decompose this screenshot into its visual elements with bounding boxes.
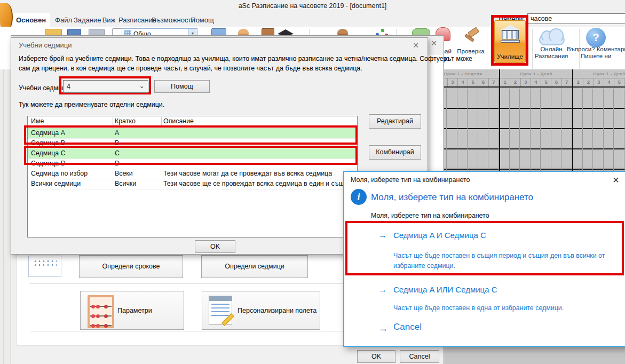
col-desc[interactable]: Описание <box>163 117 194 125</box>
window-left-edge <box>0 69 11 364</box>
tab-zadanie[interactable]: Задание <box>74 13 100 27</box>
questions-label-1: Въпроси? Коментари <box>567 46 625 52</box>
combine-heading: Моля, изберете тип на комбинирането <box>371 192 533 203</box>
weeks-description-line2: сам да прецени, в коя седмица ще се пров… <box>19 65 362 72</box>
notepad-pencil-icon <box>209 296 232 325</box>
parameters-label: Параметри <box>117 307 152 314</box>
parameters-button[interactable]: Параметри <box>80 291 184 330</box>
abacus-icon <box>88 295 114 328</box>
close-icon[interactable]: ✕ <box>429 39 439 48</box>
col-name[interactable]: Име <box>31 117 44 125</box>
custom-fields-label: Персонализирани полета <box>238 307 317 314</box>
col-short[interactable]: Кратко <box>115 117 136 125</box>
combine-type-dialog: Моля, изберете тип на комбинирането ✕ i … <box>343 171 625 347</box>
combine-button[interactable]: Комбинирай <box>369 145 421 160</box>
school-ok-button[interactable]: OK <box>357 350 395 363</box>
weeks-description-line1: Изберете брой на учебните седмици. Това … <box>19 55 472 62</box>
combine-dialog-title: Моля, изберете тип на комбинирането <box>351 176 470 184</box>
tab-vazmozhnosti[interactable]: Възможности <box>152 13 190 27</box>
ribbon-tab-bar: Основен Файл Задание Виж Разписание Възм… <box>0 12 625 27</box>
define-terms-button[interactable]: Определи срокове <box>79 255 183 278</box>
cloud-icon <box>539 34 565 45</box>
grid-group-header: Срок 1 - Ден8 <box>499 69 572 78</box>
custom-fields-button[interactable]: Персонализирани полета <box>202 291 320 330</box>
close-icon[interactable]: ✕ <box>410 41 421 50</box>
weeks-dialog-title: Учебни седмици <box>19 41 72 49</box>
highlight-school-button <box>491 15 528 66</box>
highlight-combine-and-option <box>345 221 624 275</box>
tab-pomosht[interactable]: Помощ <box>190 13 215 27</box>
arrow-icon: → <box>378 323 388 334</box>
online-label-2: Разписания <box>534 53 569 59</box>
check-gavel-icon[interactable] <box>463 28 479 44</box>
question-icon: ? <box>586 28 606 48</box>
tab-razpisanie[interactable]: Разписание <box>118 13 152 27</box>
help-button[interactable]: Помощ <box>154 80 210 93</box>
combine-option-or-label: Седмица A ИЛИ Седмица C <box>393 285 497 294</box>
window-title: aSc Разписание на часовете 2019 - [docum… <box>0 0 625 12</box>
info-icon: i <box>351 189 367 205</box>
combine-cancel-label: Cancel <box>393 322 422 333</box>
weeks-ok-button[interactable]: OK <box>195 240 235 253</box>
questions-button[interactable]: ? Въпроси? Коментари Пишете ни <box>567 25 625 60</box>
weeks-count-value: 4 <box>64 83 70 90</box>
check-button-label: Проверка <box>454 48 488 54</box>
questions-label-2: Пишете ни <box>567 53 625 59</box>
tab-fail[interactable]: Файл <box>52 13 75 27</box>
grid-period-numbers: 1234567 <box>499 78 572 88</box>
close-icon[interactable]: ✕ <box>610 175 622 185</box>
arrow-icon: → <box>378 285 387 295</box>
online-label-1: Онлайн <box>534 46 569 52</box>
rename-hint: Тук можете да преименувате отделни седми… <box>19 101 164 108</box>
highlight-week-a-row <box>24 125 358 145</box>
school-cancel-button[interactable]: Cancel <box>400 350 439 363</box>
tab-osnoven[interactable]: Основен <box>12 13 50 27</box>
app-window: aSc Разписание на часовете 2019 - [docum… <box>0 0 625 364</box>
grid-group-header: Срок 1 - Ден9 <box>572 69 625 78</box>
weeks-count-select[interactable]: 4 ⌄ <box>63 80 148 93</box>
online-timetables-button[interactable]: Онлайн Разписания <box>534 25 569 60</box>
grid-cells[interactable] <box>426 89 625 171</box>
tab-vizh[interactable]: Виж <box>99 13 118 27</box>
table-row-all-weeks[interactable]: Всички седмици Всички Тези часове ще се … <box>28 179 357 189</box>
define-weeks-button[interactable]: Определи седмици <box>201 255 308 278</box>
combine-subtext: Моля, изберете тип на комбинирането <box>371 212 489 219</box>
grid-period-numbers: 1234567 <box>572 78 625 88</box>
highlight-week-c-row <box>24 146 358 165</box>
edit-button[interactable]: Редактирай <box>369 114 421 129</box>
table-row-any-week[interactable]: Седмица по избор Всеки Тези часове могат… <box>28 169 357 179</box>
bell-times-icon[interactable] <box>28 256 61 277</box>
chevron-down-icon: ⌄ <box>139 80 145 92</box>
combine-option-or-desc: Часът ще бъде поставен в една от избрани… <box>393 304 564 312</box>
find-input[interactable]: часове <box>527 13 625 24</box>
